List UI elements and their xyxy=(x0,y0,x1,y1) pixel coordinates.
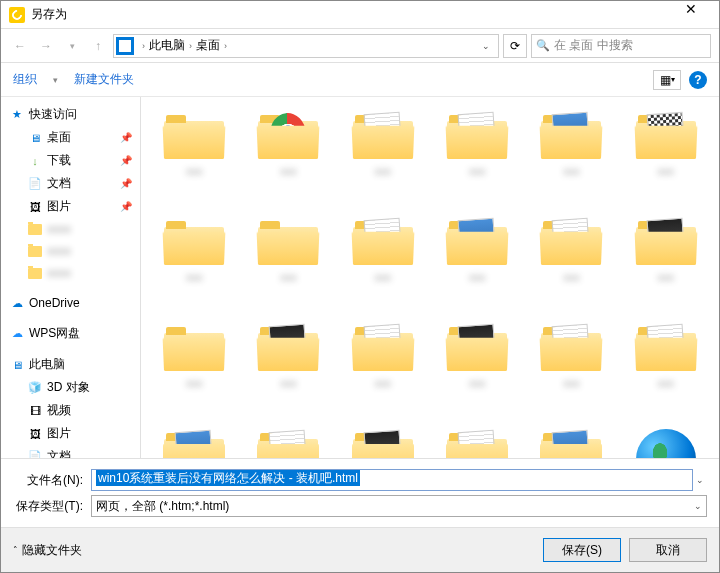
breadcrumb-folder[interactable]: 桌面 xyxy=(196,37,220,54)
navigation-bar: ← → ▾ ↑ › 此电脑 › 桌面 › ⌄ ⟳ 🔍 在 桌面 中搜索 xyxy=(1,29,719,63)
sidebar-folder[interactable]: xxxx xyxy=(5,240,136,262)
cloud-icon: ☁ xyxy=(9,295,25,311)
folder-item[interactable]: xxx xyxy=(338,105,428,205)
sidebar-videos[interactable]: 🎞 视频 xyxy=(5,399,136,422)
chevron-right-icon: › xyxy=(224,41,227,51)
folder-item[interactable]: xxx xyxy=(338,211,428,311)
folder-item[interactable]: xxx xyxy=(621,317,711,417)
folder-item[interactable]: xxx xyxy=(621,105,711,205)
folder-item[interactable]: xxx xyxy=(432,211,522,311)
breadcrumb[interactable]: › 此电脑 › 桌面 › ⌄ xyxy=(113,34,499,58)
desktop-icon: 🖥 xyxy=(27,130,43,146)
pc-icon: 🖥 xyxy=(9,357,25,373)
pin-icon: 📌 xyxy=(120,201,132,212)
chevron-up-icon: ˄ xyxy=(13,545,18,555)
filetype-select[interactable]: 网页，全部 (*.htm;*.html) ⌄ xyxy=(91,495,707,517)
titlebar: 另存为 ✕ xyxy=(1,1,719,29)
chevron-right-icon: › xyxy=(189,41,192,51)
cancel-button[interactable]: 取消 xyxy=(629,538,707,562)
folder-item[interactable]: xxx xyxy=(432,317,522,417)
pin-icon: 📌 xyxy=(120,132,132,143)
filename-dropdown[interactable]: ⌄ xyxy=(693,475,707,485)
folder-icon xyxy=(28,268,42,279)
folder-item[interactable] xyxy=(243,423,333,458)
folder-icon xyxy=(28,224,42,235)
sidebar-onedrive[interactable]: ☁ OneDrive xyxy=(5,292,136,314)
cloud-icon: ☁ xyxy=(9,326,25,342)
hide-folders-toggle[interactable]: ˄ 隐藏文件夹 xyxy=(13,542,82,559)
sidebar-label: 快速访问 xyxy=(29,106,77,123)
sidebar-label: WPS网盘 xyxy=(29,325,80,342)
save-panel: 文件名(N): win10系统重装后没有网络怎么解决 - 装机吧.html ⌄ … xyxy=(1,458,719,527)
folder-item[interactable]: xxx xyxy=(243,211,333,311)
folder-item[interactable] xyxy=(526,423,616,458)
folder-item[interactable]: xxx xyxy=(149,105,239,205)
sidebar-folder[interactable]: xxxx xyxy=(5,262,136,284)
back-button[interactable]: ← xyxy=(9,35,31,57)
file-grid[interactable]: xxx xxx xxx xxx xxx xxx xxx xxx xxx xxx … xyxy=(141,97,719,458)
sidebar-quick-access[interactable]: ★ 快速访问 xyxy=(5,103,136,126)
filename-value: win10系统重装后没有网络怎么解决 - 装机吧.html xyxy=(96,470,360,486)
folder-item[interactable]: xxx xyxy=(526,317,616,417)
chevron-down-icon: ⌄ xyxy=(694,501,702,511)
folder-item[interactable]: xxx xyxy=(243,105,333,205)
search-placeholder: 在 桌面 中搜索 xyxy=(554,37,633,54)
recent-dropdown[interactable]: ▾ xyxy=(61,35,83,57)
folder-item[interactable]: xxx xyxy=(526,211,616,311)
download-icon: ↓ xyxy=(27,153,43,169)
folder-item[interactable]: xxx xyxy=(243,317,333,417)
new-folder-button[interactable]: 新建文件夹 xyxy=(74,71,134,88)
chevron-right-icon: › xyxy=(142,41,145,51)
sidebar-pictures[interactable]: 🖼 图片 xyxy=(5,422,136,445)
organize-menu[interactable]: 组织 xyxy=(13,71,37,88)
sidebar-pictures[interactable]: 🖼 图片 📌 xyxy=(5,195,136,218)
sidebar-label: OneDrive xyxy=(29,296,80,310)
footer: ˄ 隐藏文件夹 保存(S) 取消 xyxy=(1,527,719,572)
sidebar-desktop[interactable]: 🖥 桌面 📌 xyxy=(5,126,136,149)
pin-icon: 📌 xyxy=(120,155,132,166)
folder-item[interactable] xyxy=(432,423,522,458)
sidebar-documents[interactable]: 📄 文档 xyxy=(5,445,136,458)
globe-icon xyxy=(636,429,696,458)
video-icon: 🎞 xyxy=(27,403,43,419)
toolbar: 组织 ▾ 新建文件夹 ▦ ▾ ? xyxy=(1,63,719,97)
sidebar-documents[interactable]: 📄 文档 📌 xyxy=(5,172,136,195)
folder-item[interactable]: xxx xyxy=(526,105,616,205)
sidebar-downloads[interactable]: ↓ 下载 📌 xyxy=(5,149,136,172)
filename-label: 文件名(N): xyxy=(13,472,83,489)
filetype-value: 网页，全部 (*.htm;*.html) xyxy=(96,498,229,515)
breadcrumb-root[interactable]: 此电脑 xyxy=(149,37,185,54)
folder-item[interactable]: xxx xyxy=(149,211,239,311)
close-button[interactable]: ✕ xyxy=(671,1,711,28)
sidebar-label: 文档 xyxy=(47,448,71,458)
search-icon: 🔍 xyxy=(536,39,550,52)
sidebar-label: 此电脑 xyxy=(29,356,65,373)
help-button[interactable]: ? xyxy=(689,71,707,89)
sidebar-wps[interactable]: ☁ WPS网盘 xyxy=(5,322,136,345)
save-button[interactable]: 保存(S) xyxy=(543,538,621,562)
sidebar-folder[interactable]: xxxx xyxy=(5,218,136,240)
folder-item[interactable]: xxx xyxy=(432,105,522,205)
folder-item[interactable] xyxy=(338,423,428,458)
sidebar-thispc[interactable]: 🖥 此电脑 xyxy=(5,353,136,376)
up-button[interactable]: ↑ xyxy=(87,35,109,57)
breadcrumb-dropdown[interactable]: ⌄ xyxy=(476,41,496,51)
sidebar-label: 图片 xyxy=(47,425,71,442)
sidebar-label: 图片 xyxy=(47,198,71,215)
folder-item[interactable] xyxy=(149,423,239,458)
folder-item[interactable]: xxx xyxy=(621,211,711,311)
document-icon: 📄 xyxy=(27,449,43,459)
html-file-item[interactable] xyxy=(621,423,711,458)
search-input[interactable]: 🔍 在 桌面 中搜索 xyxy=(531,34,711,58)
view-mode-button[interactable]: ▦ ▾ xyxy=(653,70,681,90)
pin-icon: 📌 xyxy=(120,178,132,189)
sidebar-label: 3D 对象 xyxy=(47,379,90,396)
folder-item[interactable]: xxx xyxy=(149,317,239,417)
refresh-button[interactable]: ⟳ xyxy=(503,34,527,58)
hide-folders-label: 隐藏文件夹 xyxy=(22,542,82,559)
filename-input[interactable]: win10系统重装后没有网络怎么解决 - 装机吧.html xyxy=(91,469,693,491)
folder-item[interactable]: xxx xyxy=(338,317,428,417)
forward-button[interactable]: → xyxy=(35,35,57,57)
document-icon: 📄 xyxy=(27,176,43,192)
sidebar-3d-objects[interactable]: 🧊 3D 对象 xyxy=(5,376,136,399)
